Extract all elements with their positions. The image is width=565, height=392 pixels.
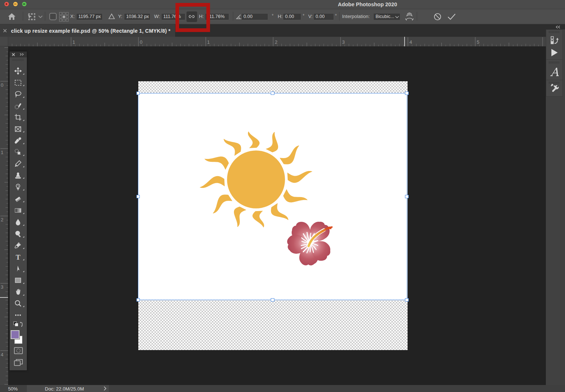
svg-text:4: 4 [409, 39, 412, 45]
svg-text:0: 0 [1, 82, 3, 88]
svg-text:2: 2 [275, 39, 277, 45]
svg-text:4: 4 [1, 352, 3, 357]
svg-text:1: 1 [72, 39, 75, 45]
svg-text:0: 0 [140, 39, 142, 45]
svg-text:1: 1 [1, 150, 3, 155]
svg-text:3: 3 [1, 284, 3, 290]
svg-text:T: T [16, 253, 21, 261]
svg-text:5: 5 [477, 39, 479, 45]
svg-text:1: 1 [207, 39, 210, 45]
svg-text:3: 3 [342, 39, 345, 45]
svg-text:2: 2 [1, 217, 3, 222]
